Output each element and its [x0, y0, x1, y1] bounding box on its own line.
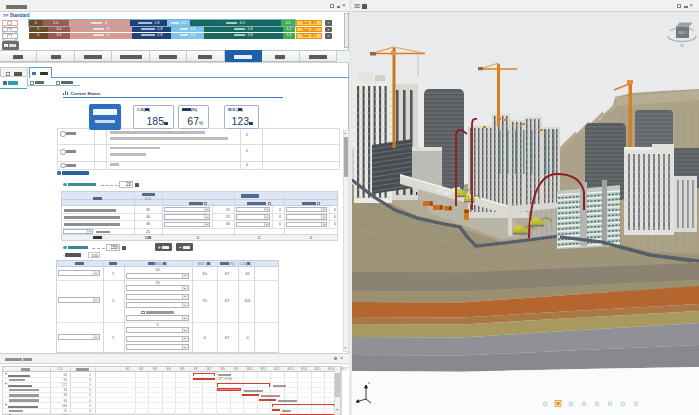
svg-text:N: N [681, 43, 684, 48]
svg-text:z: z [368, 381, 370, 385]
svg-text:BACK: BACK [678, 31, 686, 35]
